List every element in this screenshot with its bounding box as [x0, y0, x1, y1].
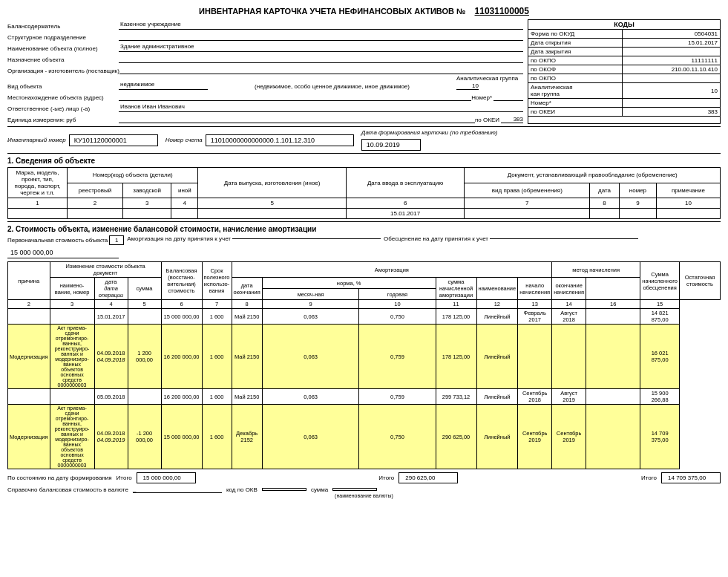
section2-title: 2. Стоимость объекта, изменение балансов… [7, 225, 721, 233]
value-okei: 383 [501, 116, 523, 123]
doc-number: 11031100005 [475, 6, 529, 16]
code-label-okpo2: по ОКПО [528, 74, 622, 83]
codes-panel: КОДЫ Форма по ОКУД 0504031 Дата открытия… [528, 19, 721, 124]
cell-norm-month-0: 0,063 [262, 309, 359, 325]
code-value-box[interactable] [262, 488, 306, 491]
depreciation-field: Обесценение на дату принятия к учет [384, 235, 638, 242]
col-n4: 4 [94, 300, 128, 309]
s1-d8 [590, 209, 620, 219]
col-norm-header: норма, % [262, 278, 436, 289]
date-field: Дата формирования карточки (по требовани… [361, 129, 498, 151]
cell-depreciation-2 [586, 389, 640, 405]
cell-term-1: 1 600 [202, 325, 232, 389]
cell-depreciation-3 [586, 405, 640, 469]
s1-n6: 6 [346, 198, 465, 209]
code-label-anal: Аналитическаякая группа [528, 83, 622, 99]
col-method-end-header: окончание начисления [552, 278, 586, 300]
cell-method-name-2: Линейный [476, 389, 518, 405]
s1-d7 [465, 209, 590, 219]
s1-col1-header: Марка, модель, проект, тип, порода, пасп… [8, 168, 68, 198]
cell-method-end-0: Август 2018 [552, 309, 586, 325]
value-resp: Иванов Иван Иванович [119, 103, 523, 112]
left-info-panel: Балансодержатель Казенное учреждение Стр… [7, 19, 523, 124]
s1-col4-header: Дата ввода в эксплуатацию [346, 168, 465, 198]
s1-n7: 7 [465, 198, 590, 209]
col-doc-sum-header: сумма [128, 278, 161, 300]
amort-label: Амортизация на дату принятия к учет [127, 235, 231, 242]
info-row-8: Ответственное (-ые) лицо (-а) Иванов Ива… [7, 102, 523, 112]
cell-reason-0 [8, 309, 50, 325]
code-value-okud: 0504031 [622, 30, 720, 39]
col-amort-header: Амортизация [232, 262, 552, 278]
cell-method-start-2: Сентябрь 2018 [518, 389, 552, 405]
col-end-date-header: дата окончания [232, 278, 262, 300]
col-n3: 3 [50, 300, 94, 309]
code-row-okpo2: по ОКПО [528, 74, 720, 83]
cell-residual-0: 14 821 875,00 [640, 309, 680, 325]
cell-residual-1: 16 021 875,00 [640, 325, 680, 389]
footer-itogo-value: 15 000 000,00 [137, 472, 196, 483]
code-label-nomer: Номер* [528, 99, 622, 108]
s1-num-row: 1 2 3 4 5 6 7 8 9 10 [8, 198, 721, 209]
page-title: ИНВЕНТАРНАЯ КАРТОЧКА УЧЕТА НЕФИНАНСОВЫХ … [7, 6, 721, 16]
label-resp: Ответственное (-ые) лицо (-а) [7, 105, 119, 112]
depreciation-label: Обесценение на дату принятия к учет [384, 235, 488, 242]
cell-sum-0 [128, 309, 161, 325]
s1-n10: 10 [656, 198, 720, 209]
cell-end-date-1: Май 2150 [232, 325, 262, 389]
s1-col5-header: Документ, устанавливающий правообладание… [465, 168, 721, 183]
info-row-7: Местонахождение объекта (адрес) Номер* [7, 91, 523, 101]
sum-label: сумма [311, 486, 328, 493]
s1-col2-header: Номер(код) объекта (детали) [68, 168, 198, 183]
currency-note: (наименование валюты) [7, 493, 721, 498]
s1-d4 [171, 209, 198, 219]
col-n6: 6 [161, 300, 202, 309]
section1-table: Марка, модель, проект, тип, порода, пасп… [7, 167, 721, 219]
cell-doc-name-1: Акт приема-сдачи отремонтиро-ванных, рек… [50, 325, 94, 389]
code-label-date-close: Дата закрытия [528, 48, 622, 56]
cell-method-start-3: Сентябрь 2019 [518, 405, 552, 469]
cell-balance-2: 16 200 000,00 [161, 389, 202, 405]
col-doc-date-header: датадатаоперации [94, 278, 128, 300]
code-row-anal: Аналитическаякая группа 10 [528, 83, 720, 99]
main-amortization-table: причина Изменение стоимости объектадокум… [7, 261, 721, 469]
footer-totals: По состоянию на дату формирования Итого … [7, 472, 721, 483]
sum-value-box[interactable] [332, 488, 377, 491]
cell-depreciation-0 [586, 309, 640, 325]
label-balansodержatel: Балансодержатель [7, 23, 119, 30]
label-vid: Вид объекта [7, 83, 119, 90]
table-row: Модернизация Акт приема-сдачи отремонтир… [8, 325, 721, 389]
cell-sum-1: 1 200 000,00 [128, 325, 161, 389]
col-n12: 12 [476, 300, 518, 309]
label-struct: Структурное подразделение [7, 34, 119, 41]
value-nomer [493, 100, 523, 101]
cell-doc-date-1: 04.09.201804.09.2018 [94, 325, 128, 389]
s1-d1 [8, 209, 68, 219]
cell-sum-3: -1 200 000,00 [128, 405, 161, 469]
s1-col3-header: Дата выпуска, изготовления (иное) [198, 168, 346, 198]
col-n11: 11 [436, 300, 476, 309]
label-okei: по ОКЕИ [475, 117, 499, 123]
cell-method-name-1: Линейный [476, 325, 518, 389]
account-label: Номер счета [165, 137, 203, 143]
s1-d3 [122, 209, 171, 219]
inv-number-value: КУ101120000001 [69, 134, 158, 146]
s1-vid-prava: вид права (обременения) [465, 183, 590, 198]
s1-d10 [656, 209, 720, 219]
cell-balance-1: 16 200 000,00 [161, 325, 202, 389]
currency-row: Справочно балансовая стоимость в валюте … [7, 486, 721, 493]
s1-d9 [619, 209, 656, 219]
value-name-full: Здание административное [119, 43, 523, 52]
footer-status-label: По состоянию на дату формирования [7, 475, 112, 481]
code-value-nomer [622, 99, 720, 108]
s1-n9: 9 [619, 198, 656, 209]
cell-method-start-0: Февраль 2017 [518, 309, 552, 325]
cell-method-end-2: Август 2019 [552, 389, 586, 405]
s1-n2: 2 [68, 198, 123, 209]
col-norm-year-header: годовая [359, 289, 436, 300]
code-row-okud: Форма по ОКУД 0504031 [528, 30, 720, 39]
table-row: Модернизация Акт приема-сдачи отремонтир… [8, 405, 721, 469]
table-row: 15.01.2017 15 000 000,00 1 600 Май 2150 … [8, 309, 721, 325]
col-n15: 15 [640, 300, 680, 309]
col-doc-header: Изменение стоимости объектадокумент [50, 262, 161, 278]
